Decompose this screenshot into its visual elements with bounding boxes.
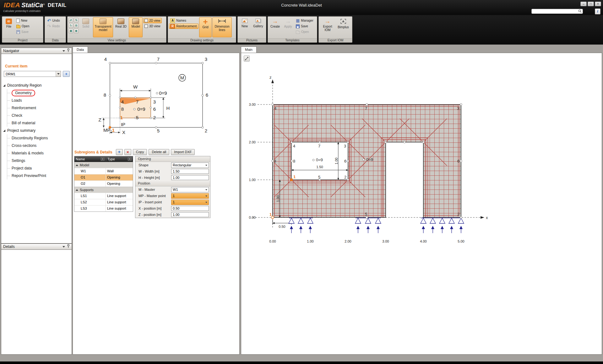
gallery-button[interactable]: Gallery bbox=[251, 17, 265, 37]
close-button[interactable]: × bbox=[595, 2, 601, 6]
scale-0: 0.00 bbox=[249, 216, 256, 219]
master-point-select[interactable]: 1 bbox=[171, 193, 209, 199]
z-position-input[interactable] bbox=[171, 212, 209, 217]
tree-item-reinforcement[interactable]: Reinforcement bbox=[7, 104, 70, 112]
table-row-o1[interactable]: O1Opening bbox=[74, 174, 133, 180]
opening-node-5: 5 bbox=[136, 115, 139, 120]
filter-icon[interactable]: ▼ bbox=[101, 158, 105, 161]
minimize-button[interactable]: – bbox=[580, 2, 587, 6]
tree-item-bill-of-material[interactable]: Bill of material bbox=[7, 119, 70, 127]
copy-button[interactable]: Copy bbox=[133, 149, 147, 155]
dimension-lines-button[interactable]: Dimension lines bbox=[212, 17, 232, 37]
template-apply-button[interactable]: → Apply bbox=[282, 17, 294, 37]
zoom-fit-button[interactable] bbox=[244, 56, 250, 62]
undo-button[interactable]: ↶Undo bbox=[46, 18, 61, 23]
table-row-ls2[interactable]: LS2Line support bbox=[74, 199, 133, 205]
master-select[interactable]: W1 bbox=[171, 187, 209, 192]
combo-dropdown-button[interactable] bbox=[56, 71, 61, 77]
filter-icon[interactable]: ▼ bbox=[128, 158, 132, 161]
tree-item-cross-sections[interactable]: Cross-sections bbox=[7, 142, 70, 149]
opening-node-6: 6 bbox=[153, 106, 156, 112]
view-tool-icon-3[interactable]: ↻ bbox=[68, 23, 73, 28]
add-region-button[interactable]: + bbox=[63, 71, 70, 77]
delete-all-button[interactable]: Delete all bbox=[149, 149, 169, 155]
group-row-supports[interactable]: Supports bbox=[74, 187, 133, 193]
tree-section-discontinuity-region[interactable]: Discontinuity Region bbox=[3, 82, 70, 89]
search-input[interactable] bbox=[532, 9, 578, 13]
tree-section-project-summary[interactable]: Project summary bbox=[3, 127, 70, 134]
o1-node-6: 6 bbox=[344, 159, 346, 163]
template-manager-button[interactable]: ▦Manager bbox=[295, 18, 315, 23]
maximize-button[interactable]: □ bbox=[588, 2, 594, 6]
add-subregion-button[interactable]: + bbox=[116, 149, 123, 155]
group-row-model[interactable]: Model bbox=[74, 162, 133, 168]
group-expander-icon[interactable] bbox=[76, 189, 78, 191]
redo-button[interactable]: ↷Redo bbox=[46, 24, 61, 29]
tree-item-materials-models[interactable]: Materials & models bbox=[7, 149, 70, 157]
details-header[interactable]: Details bbox=[1, 244, 72, 250]
import-dxf-button[interactable]: Import DXF bbox=[171, 149, 195, 155]
new-button[interactable]: New bbox=[15, 18, 30, 23]
template-open-button[interactable]: Open bbox=[295, 29, 315, 35]
info-button[interactable]: i bbox=[595, 8, 600, 14]
3d-view-button[interactable]: 3D view bbox=[143, 24, 162, 29]
export-iom-button[interactable]: → Export IOM bbox=[320, 17, 335, 37]
view-tool-icon-2[interactable]: ⇅ bbox=[74, 18, 79, 23]
table-row-o2[interactable]: O2Opening bbox=[74, 180, 133, 187]
delete-subregion-button[interactable]: × bbox=[124, 149, 131, 155]
template-create-button[interactable]: → Create bbox=[269, 17, 281, 37]
ribbon-group-templates: → Create → Apply ▦Manager Save Open Temp… bbox=[268, 16, 317, 43]
width-input[interactable] bbox=[171, 169, 209, 174]
transparent-model-button[interactable]: Transparent model bbox=[93, 17, 113, 37]
wall-drawing-canvas[interactable]: z x 3.00 2.00 1.00 0.00 0.00 1.00 2.00 3… bbox=[241, 53, 602, 254]
bimplus-button[interactable]: Bimplus bbox=[336, 17, 350, 37]
reinforcement-toggle[interactable]: RReinforcement bbox=[169, 24, 198, 29]
tree-item-discontinuity-regions[interactable]: Discontinuity Regions bbox=[7, 134, 70, 142]
search-box[interactable] bbox=[531, 9, 583, 14]
insert-point-select[interactable]: 1 bbox=[171, 200, 209, 205]
picture-new-button[interactable]: New bbox=[239, 17, 251, 37]
pin-icon[interactable] bbox=[67, 48, 70, 53]
tree-item-loads[interactable]: Loads bbox=[7, 97, 70, 104]
view-tool-icon-4[interactable]: ⊞ bbox=[74, 23, 79, 28]
template-save-button[interactable]: Save bbox=[295, 24, 315, 29]
grid-toggle-button[interactable]: + Grid bbox=[199, 17, 212, 37]
x-position-input[interactable] bbox=[171, 206, 209, 211]
tree-item-report-preview-print[interactable]: Report Preview/Print bbox=[7, 172, 70, 179]
expander-icon[interactable] bbox=[3, 84, 5, 87]
model-view-button[interactable]: Model bbox=[129, 17, 143, 37]
tab-main[interactable]: Main bbox=[241, 46, 257, 53]
tree-item-geometry[interactable]: Geometry bbox=[7, 89, 70, 97]
shape-select[interactable]: Rectangular bbox=[171, 163, 209, 168]
expander-icon[interactable] bbox=[3, 130, 5, 132]
tree-item-project-data[interactable]: Project data bbox=[7, 164, 70, 172]
view-tool-icon-6[interactable]: ◉ bbox=[74, 29, 79, 33]
geometry-schematic[interactable]: 4 7 3 8 6 5 2 M 4 7 3 8 0=9 6 1 5 bbox=[73, 53, 239, 147]
table-row-ls1[interactable]: LS1Line support bbox=[74, 193, 133, 199]
tree-item-settings[interactable]: Settings bbox=[7, 157, 70, 164]
3d-view-label: 3D view bbox=[149, 24, 160, 28]
solid-view-button[interactable]: Solid bbox=[79, 17, 92, 37]
tree-item-check[interactable]: Check bbox=[7, 112, 70, 119]
names-toggle[interactable]: ANames bbox=[169, 18, 198, 23]
save-button[interactable]: Save bbox=[15, 29, 30, 35]
dimension-lines-icon bbox=[218, 19, 226, 24]
z-position-label: Z - position [m] bbox=[139, 213, 171, 217]
pin-icon[interactable] bbox=[67, 244, 70, 249]
height-input[interactable] bbox=[171, 175, 209, 180]
table-row-w1[interactable]: W1Wall bbox=[74, 168, 133, 174]
view-tool-icon-5[interactable]: ▣ bbox=[68, 29, 73, 33]
table-row-ls3[interactable]: LS3Line support bbox=[74, 205, 133, 211]
file-button[interactable]: ID File bbox=[3, 17, 14, 37]
view-tool-icon-1[interactable]: ⇄ bbox=[68, 18, 73, 23]
group-expander-icon[interactable] bbox=[76, 164, 78, 166]
details-dropdown-icon[interactable] bbox=[62, 246, 65, 248]
current-item-combobox[interactable]: DRM1 bbox=[4, 71, 61, 77]
line-supports[interactable] bbox=[289, 218, 464, 233]
open-button[interactable]: Open bbox=[15, 24, 30, 29]
navigator-header[interactable]: Navigator bbox=[1, 48, 72, 54]
navigator-dropdown-icon[interactable] bbox=[62, 50, 65, 52]
2d-view-button[interactable]: 2D view bbox=[143, 18, 162, 23]
tab-data[interactable]: Data bbox=[73, 46, 88, 53]
real-3d-button[interactable]: Real 3D bbox=[114, 17, 128, 37]
